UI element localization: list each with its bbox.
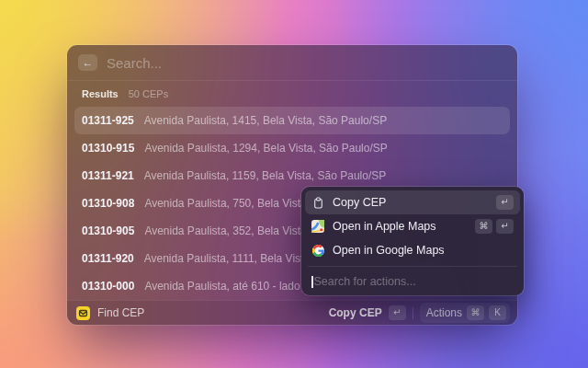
action-shortcut: ⌘ ↵ [475, 219, 514, 234]
clipboard-icon [311, 196, 324, 209]
footer-actions: Copy CEP ↵ Actions ⌘ K [329, 303, 510, 323]
actions-search [305, 271, 520, 292]
text-caret [311, 276, 313, 288]
cep-address: Avenida Paulista, 1415, Bela Vista, São … [144, 114, 387, 127]
results-label: Results [82, 88, 119, 99]
desktop-background: ← Results 50 CEPs 01311-925 Avenida Paul… [0, 0, 588, 368]
apple-maps-icon [311, 220, 324, 233]
action-bar: Find CEP Copy CEP ↵ Actions ⌘ K [67, 300, 517, 325]
enter-keycap: ↵ [389, 305, 406, 320]
cep-code: 01311-925 [82, 114, 134, 127]
cep-code: 01310-915 [82, 142, 134, 155]
cep-code: 01310-000 [82, 280, 134, 293]
search-input[interactable] [107, 55, 506, 71]
actions-menu-button[interactable]: Actions ⌘ K [420, 303, 510, 323]
action-item-google-maps[interactable]: Open in Google Maps [305, 238, 520, 262]
action-label: Copy CEP [333, 196, 386, 209]
list-item[interactable]: 01310-915 Avenida Paulista, 1294, Bela V… [74, 134, 510, 162]
footer-divider [413, 307, 413, 319]
cmd-keycap: ⌘ [467, 305, 484, 320]
k-keycap: K [489, 305, 506, 320]
actions-search-input[interactable] [314, 275, 514, 288]
search-bar: ← [67, 45, 517, 81]
cep-address: Avenida Paulista, 1294, Bela Vista, São … [144, 142, 387, 155]
back-button[interactable]: ← [78, 54, 97, 71]
popup-divider [308, 266, 517, 267]
cmd-keycap: ⌘ [475, 219, 492, 234]
primary-action-button[interactable]: Copy CEP [329, 306, 382, 319]
results-count: 50 CEPs [129, 88, 168, 99]
cep-code: 01311-921 [82, 169, 134, 182]
results-header: Results 50 CEPs [67, 81, 517, 104]
enter-keycap: ↵ [496, 219, 514, 234]
cep-code: 01310-908 [82, 197, 134, 210]
action-item-apple-maps[interactable]: Open in Apple Maps ⌘ ↵ [305, 214, 520, 238]
google-maps-icon [311, 244, 324, 257]
cep-code: 01311-920 [82, 252, 134, 265]
app-name-label: Find CEP [97, 306, 144, 319]
list-item[interactable]: 01311-921 Avenida Paulista, 1159, Bela V… [74, 162, 510, 190]
action-label: Open in Apple Maps [333, 220, 436, 233]
mail-icon [78, 308, 88, 318]
action-shortcut: ↵ [496, 195, 514, 210]
action-item-copy-cep[interactable]: Copy CEP ↵ [305, 190, 520, 214]
find-cep-app-icon [76, 306, 90, 320]
back-arrow-icon: ← [83, 57, 94, 68]
enter-keycap: ↵ [496, 195, 514, 210]
cep-address: Avenida Paulista, 1159, Bela Vista, São … [144, 169, 387, 182]
action-label: Open in Google Maps [333, 244, 445, 257]
actions-panel: Copy CEP ↵ Open in Apple Maps ⌘ ↵ [301, 187, 524, 295]
list-item[interactable]: 01311-925 Avenida Paulista, 1415, Bela V… [74, 107, 510, 134]
actions-label: Actions [426, 306, 462, 319]
cep-code: 01310-905 [82, 224, 134, 237]
